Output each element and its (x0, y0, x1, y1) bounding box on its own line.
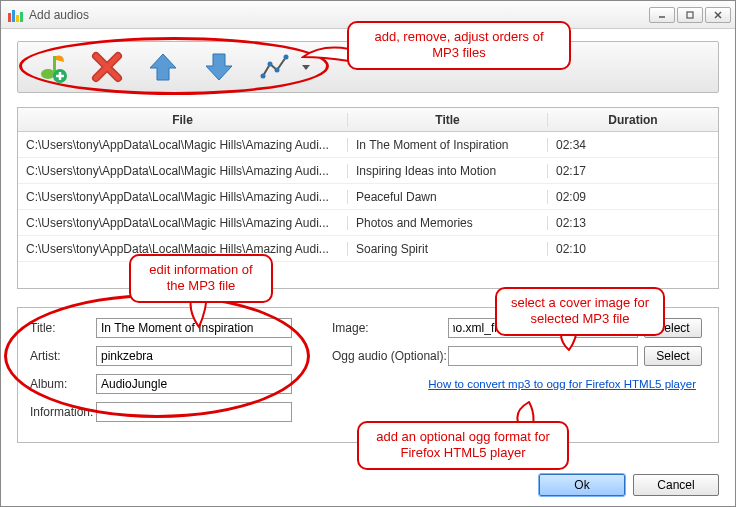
move-up-icon[interactable] (146, 50, 180, 84)
cell-duration: 02:17 (548, 164, 718, 178)
svg-rect-5 (687, 12, 693, 18)
ogg-field[interactable] (448, 346, 638, 366)
cancel-button[interactable]: Cancel (633, 474, 719, 496)
svg-point-8 (41, 69, 55, 79)
artist-field[interactable] (96, 346, 292, 366)
info-label: Information: (30, 405, 96, 419)
col-title-header[interactable]: Title (348, 113, 548, 127)
album-field[interactable] (96, 374, 292, 394)
move-down-icon[interactable] (202, 50, 236, 84)
svg-point-14 (268, 62, 273, 67)
table-row[interactable]: C:\Users\tony\AppData\Local\Magic Hills\… (18, 158, 718, 184)
ogg-label: Ogg audio (Optional): (332, 349, 448, 363)
table-header: File Title Duration (18, 108, 718, 132)
close-button[interactable] (705, 7, 731, 23)
cell-duration: 02:10 (548, 242, 718, 256)
table-row[interactable]: C:\Users\tony\AppData\Local\Magic Hills\… (18, 236, 718, 262)
svg-rect-2 (16, 15, 19, 22)
table-row[interactable]: C:\Users\tony\AppData\Local\Magic Hills\… (18, 132, 718, 158)
annotation-form-hint: edit information of the MP3 file (129, 254, 273, 303)
chart-icon[interactable] (258, 50, 292, 84)
annotation-ogg-hint: add an optional ogg format for Firefox H… (357, 421, 569, 470)
svg-point-16 (284, 55, 289, 60)
table-row[interactable]: C:\Users\tony\AppData\Local\Magic Hills\… (18, 184, 718, 210)
cell-title: Peaceful Dawn (348, 190, 548, 204)
annotation-image-hint: select a cover image for selected MP3 fi… (495, 287, 665, 336)
cell-duration: 02:13 (548, 216, 718, 230)
cell-title: Photos and Memories (348, 216, 548, 230)
maximize-button[interactable] (677, 7, 703, 23)
cell-duration: 02:09 (548, 190, 718, 204)
svg-rect-0 (8, 13, 11, 22)
cell-file: C:\Users\tony\AppData\Local\Magic Hills\… (18, 138, 348, 152)
select-ogg-button[interactable]: Select (644, 346, 702, 366)
cell-file: C:\Users\tony\AppData\Local\Magic Hills\… (18, 164, 348, 178)
minimize-button[interactable] (649, 7, 675, 23)
info-field[interactable] (96, 402, 292, 422)
annotation-tail (301, 39, 351, 69)
convert-link[interactable]: How to convert mp3 to ogg for Firefox HT… (428, 378, 696, 390)
cell-file: C:\Users\tony\AppData\Local\Magic Hills\… (18, 216, 348, 230)
artist-label: Artist: (30, 349, 96, 363)
col-file-header[interactable]: File (18, 113, 348, 127)
app-icon (7, 7, 23, 23)
window-title: Add audios (29, 8, 649, 22)
title-label: Title: (30, 321, 96, 335)
svg-point-13 (261, 74, 266, 79)
svg-rect-1 (12, 10, 15, 22)
cell-title: Inspiring Ideas into Motion (348, 164, 548, 178)
audio-table: File Title Duration C:\Users\tony\AppDat… (17, 107, 719, 289)
table-row[interactable]: C:\Users\tony\AppData\Local\Magic Hills\… (18, 210, 718, 236)
album-label: Album: (30, 377, 96, 391)
cell-title: Soaring Spirit (348, 242, 548, 256)
cell-duration: 02:34 (548, 138, 718, 152)
col-duration-header[interactable]: Duration (548, 113, 718, 127)
add-audio-icon[interactable] (34, 50, 68, 84)
cell-title: In The Moment of Inspiration (348, 138, 548, 152)
svg-rect-3 (20, 12, 23, 22)
svg-point-15 (275, 68, 280, 73)
annotation-toolbar-hint: add, remove, adjust orders of MP3 files (347, 21, 571, 70)
ok-button[interactable]: Ok (539, 474, 625, 496)
delete-icon[interactable] (90, 50, 124, 84)
image-label: Image: (332, 321, 382, 335)
cell-file: C:\Users\tony\AppData\Local\Magic Hills\… (18, 190, 348, 204)
